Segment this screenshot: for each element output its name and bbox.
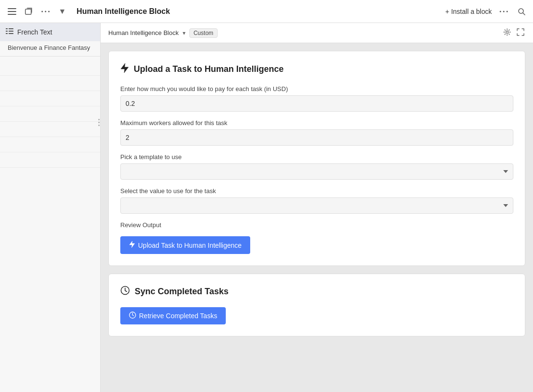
sub-header: Human Intelligence Block ▾ Custom xyxy=(101,23,533,43)
custom-tag: Custom xyxy=(189,28,218,38)
workers-label: Maximum workers allowed for this task xyxy=(120,119,513,127)
breadcrumb-arrow: ▾ xyxy=(183,30,185,36)
template-label: Pick a template to use xyxy=(120,153,513,161)
main-layout: French Text Bienvenue a Finance Fantasy … xyxy=(0,23,533,392)
svg-point-5 xyxy=(45,11,46,12)
new-tab-button[interactable] xyxy=(23,6,35,17)
sidebar: French Text Bienvenue a Finance Fantasy xyxy=(0,23,101,392)
sidebar-divider xyxy=(0,56,100,57)
install-block-label: + Install a block xyxy=(445,8,492,15)
svg-rect-15 xyxy=(9,28,13,29)
expand-button[interactable] xyxy=(516,27,525,39)
more-options-button[interactable] xyxy=(39,9,52,14)
sync-card-title: Sync Completed Tasks xyxy=(120,286,513,298)
svg-rect-3 xyxy=(25,9,31,14)
upload-task-button[interactable]: Upload Task to Human Intelligence xyxy=(120,236,250,254)
sidebar-empty-row-4 xyxy=(0,106,100,122)
workers-input[interactable] xyxy=(120,129,513,146)
sidebar-empty-row-7 xyxy=(0,152,100,168)
top-bar-left: ▼ Human Intelligence Block xyxy=(6,6,170,17)
svg-rect-0 xyxy=(8,8,16,9)
review-output-label: Review Output xyxy=(120,221,513,229)
install-block-button[interactable]: + Install a block xyxy=(445,8,492,15)
svg-rect-2 xyxy=(8,14,16,15)
retrieve-btn-label: Retrieve Completed Tasks xyxy=(139,312,217,320)
bolt-icon xyxy=(120,63,129,76)
svg-point-7 xyxy=(500,11,501,12)
top-bar-right: + Install a block xyxy=(445,6,527,17)
sidebar-sub-item[interactable]: Bienvenue a Finance Fantasy xyxy=(0,41,100,54)
content-area: Human Intelligence Block ▾ Custom xyxy=(101,23,533,392)
sidebar-item-french-text[interactable]: French Text xyxy=(0,23,100,41)
sidebar-empty-row-3 xyxy=(0,91,100,106)
svg-line-11 xyxy=(523,13,525,15)
breadcrumb-title: Human Intelligence Block xyxy=(108,29,179,36)
svg-rect-12 xyxy=(6,28,8,29)
template-form-group: Pick a template to use xyxy=(120,153,513,180)
sidebar-empty-row-1 xyxy=(0,60,100,76)
sync-card-title-text: Sync Completed Tasks xyxy=(135,287,229,297)
sidebar-empty-row-5 xyxy=(0,122,100,137)
svg-point-9 xyxy=(507,11,508,12)
retrieve-tasks-button[interactable]: Retrieve Completed Tasks xyxy=(120,307,226,324)
template-select[interactable] xyxy=(120,163,513,180)
sidebar-drag-handle[interactable] xyxy=(98,119,100,126)
svg-rect-1 xyxy=(8,11,16,12)
sidebar-empty-row-2 xyxy=(0,76,100,91)
svg-point-18 xyxy=(506,31,509,33)
upload-btn-label: Upload Task to Human Intelligence xyxy=(138,242,242,249)
top-bar: ▼ Human Intelligence Block + Install a b… xyxy=(0,0,533,23)
svg-rect-13 xyxy=(6,31,8,32)
task-value-select[interactable] xyxy=(120,197,513,214)
sidebar-empty-rows xyxy=(0,58,100,170)
svg-rect-17 xyxy=(9,33,13,34)
sidebar-sub-item-label: Bienvenue a Finance Fantasy xyxy=(8,44,90,51)
sub-header-icons xyxy=(502,27,525,39)
upload-card-title-text: Upload a Task to Human Intelligence xyxy=(134,64,284,74)
task-value-label: Select the value to use for the task xyxy=(120,187,513,195)
svg-point-4 xyxy=(42,11,43,12)
pay-form-group: Enter how much you would like to pay for… xyxy=(120,85,513,112)
pay-input[interactable] xyxy=(120,95,513,112)
svg-rect-16 xyxy=(9,31,13,32)
retrieve-btn-icon xyxy=(129,311,136,320)
upload-card: Upload a Task to Human Intelligence Ente… xyxy=(108,51,525,266)
upload-btn-icon xyxy=(129,241,135,250)
task-value-form-group: Select the value to use for the task xyxy=(120,187,513,214)
clock-icon xyxy=(120,286,130,298)
sidebar-empty-row-6 xyxy=(0,137,100,152)
svg-rect-14 xyxy=(6,33,8,34)
list-icon xyxy=(6,28,13,36)
upload-card-title: Upload a Task to Human Intelligence xyxy=(120,63,513,76)
pay-label: Enter how much you would like to pay for… xyxy=(120,85,513,92)
svg-point-8 xyxy=(503,11,505,12)
sidebar-item-label: French Text xyxy=(17,28,52,36)
svg-point-6 xyxy=(48,11,50,12)
top-bar-more-button[interactable] xyxy=(498,9,510,14)
settings-button[interactable] xyxy=(502,27,512,39)
page-title: Human Intelligence Block xyxy=(77,7,170,16)
sync-card: Sync Completed Tasks Retrieve Completed … xyxy=(108,274,525,336)
scroll-content: Upload a Task to Human Intelligence Ente… xyxy=(101,43,533,392)
review-output-group: Review Output xyxy=(120,221,513,229)
workers-form-group: Maximum workers allowed for this task xyxy=(120,119,513,146)
search-button[interactable] xyxy=(516,6,527,17)
collapse-sidebar-button[interactable] xyxy=(6,6,18,17)
